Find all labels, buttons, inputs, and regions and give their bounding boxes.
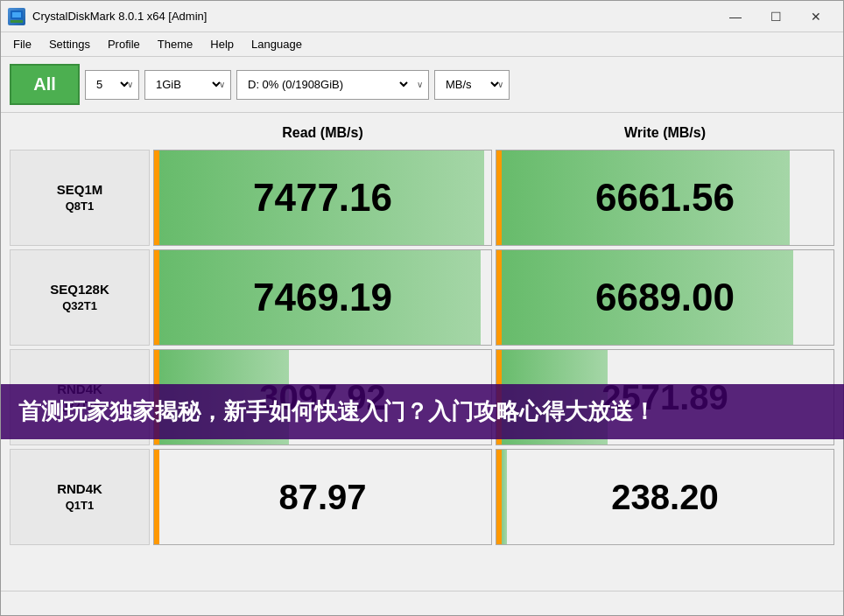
main-window: CrystalDiskMark 8.0.1 x64 [Admin] — ☐ ✕ … [0, 0, 844, 616]
row-read-3: 87.97 [153, 449, 492, 545]
title-bar: CrystalDiskMark 8.0.1 x64 [Admin] — ☐ ✕ [1, 1, 843, 32]
window-controls: — ☐ ✕ [715, 4, 836, 30]
menu-help[interactable]: Help [201, 34, 243, 54]
row-label-3: RND4K Q1T1 [10, 449, 150, 545]
row-write-1: 6689.00 [496, 249, 834, 346]
row-label-1: SEQ128K Q32T1 [10, 249, 150, 346]
row-read-1: 7469.19 [153, 249, 492, 346]
minimize-button[interactable]: — [715, 4, 756, 30]
svg-rect-2 [11, 20, 23, 23]
row-label-0: SEQ1M Q8T1 [10, 150, 150, 246]
all-button[interactable]: All [10, 64, 80, 105]
overlay-banner: 首测玩家独家揭秘，新手如何快速入门？入门攻略心得大放送！ [1, 384, 844, 439]
header-row: Read (MB/s) Write (MB/s) [10, 120, 834, 146]
menu-bar: File Settings Profile Theme Help Languag… [1, 32, 843, 57]
menu-language[interactable]: Language [243, 34, 311, 54]
row-write-3: 238.20 [496, 449, 834, 545]
svg-rect-1 [12, 12, 21, 18]
write-header: Write (MB/s) [496, 120, 834, 146]
drive-chevron-icon: ∨ [417, 80, 423, 89]
menu-settings[interactable]: Settings [40, 34, 99, 54]
size-select-wrapper[interactable]: 1GiB 512MiB 2GiB 4GiB ∨ [144, 70, 231, 100]
drive-select[interactable]: D: 0% (0/1908GiB) C: 50% (250/500GiB) [244, 77, 411, 92]
window-title: CrystalDiskMark 8.0.1 x64 [Admin] [32, 10, 715, 23]
menu-file[interactable]: File [4, 34, 40, 54]
drive-select-wrapper[interactable]: D: 0% (0/1908GiB) C: 50% (250/500GiB) ∨ [236, 70, 429, 100]
table-row: SEQ128K Q32T1 7469.19 6689.00 [10, 249, 834, 346]
toolbar: All 5 1 3 9 ∨ 1GiB 512MiB 2GiB 4GiB ∨ D:… [1, 57, 843, 113]
runs-select[interactable]: 5 1 3 9 [93, 77, 131, 92]
unit-select-wrapper[interactable]: MB/s GB/s IOPS ∨ [434, 70, 510, 100]
runs-select-wrapper[interactable]: 5 1 3 9 ∨ [85, 70, 139, 100]
menu-profile[interactable]: Profile [99, 34, 149, 54]
maximize-button[interactable]: ☐ [756, 4, 796, 30]
table-row: RND4K Q1T1 87.97 238.20 [10, 449, 834, 545]
row-read-0: 7477.16 [153, 150, 492, 246]
table-row: SEQ1M Q8T1 7477.16 6661.56 [10, 150, 834, 246]
main-content: Read (MB/s) Write (MB/s) SEQ1M Q8T1 7477… [1, 113, 843, 591]
unit-select[interactable]: MB/s GB/s IOPS [442, 77, 502, 92]
close-button[interactable]: ✕ [796, 4, 836, 30]
app-icon [8, 8, 25, 25]
row-write-0: 6661.56 [496, 150, 834, 246]
status-bar [1, 591, 843, 615]
read-header: Read (MB/s) [153, 120, 492, 146]
menu-theme[interactable]: Theme [149, 34, 201, 54]
size-select[interactable]: 1GiB 512MiB 2GiB 4GiB [152, 77, 223, 92]
